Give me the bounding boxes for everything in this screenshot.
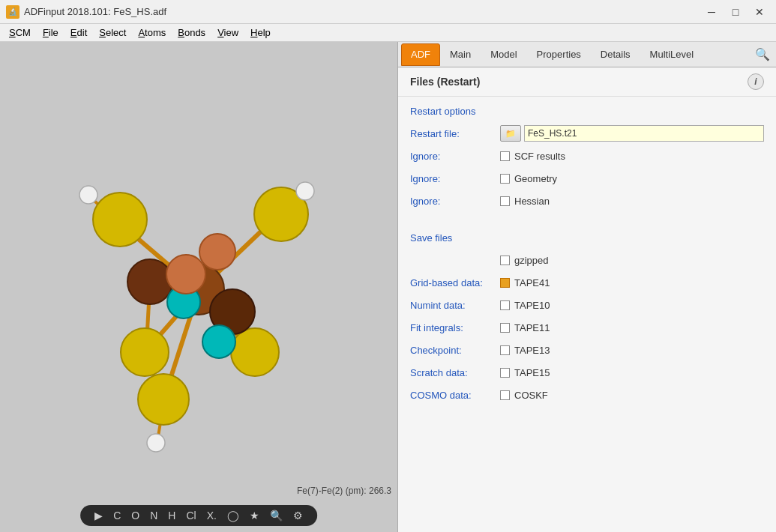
nitrogen-tool[interactable]: N: [148, 508, 160, 523]
grid-based-checkbox[interactable]: [500, 278, 510, 288]
star-tool[interactable]: ★: [247, 508, 262, 523]
menu-select[interactable]: Select: [93, 25, 132, 40]
svg-point-20: [79, 186, 97, 204]
ignore-geo-label[interactable]: Ignore:: [410, 173, 500, 184]
menu-bar: SCM File Edit Select Atoms Bonds View He…: [0, 24, 776, 42]
status-3d: Fe(7)-Fe(2) (pm): 266.3: [297, 486, 391, 496]
checkpoint-value: TAPE13: [514, 345, 550, 356]
fit-integrals-group: TAPE11: [500, 322, 550, 333]
close-button[interactable]: ✕: [749, 4, 770, 20]
ignore-hess-checkbox[interactable]: [500, 196, 510, 206]
tab-multilevel[interactable]: MultiLevel: [640, 43, 704, 66]
menu-bonds[interactable]: Bonds: [172, 25, 211, 40]
carbon-tool[interactable]: C: [111, 508, 123, 523]
svg-point-28: [166, 255, 205, 294]
menu-file[interactable]: File: [37, 25, 64, 40]
checkpoint-label[interactable]: Checkpoint:: [410, 345, 500, 356]
fit-integrals-value: TAPE11: [514, 322, 550, 333]
hydrogen-tool[interactable]: H: [166, 508, 178, 523]
tab-model[interactable]: Model: [481, 43, 526, 66]
x-tool[interactable]: X.: [205, 508, 219, 523]
ignore-geo-checkbox[interactable]: [500, 174, 510, 184]
minimize-button[interactable]: ─: [701, 4, 722, 20]
maximize-button[interactable]: □: [725, 4, 746, 20]
cursor-tool[interactable]: ▶: [92, 508, 105, 523]
restart-options-link[interactable]: Restart options: [410, 106, 764, 117]
scratch-group: TAPE15: [500, 367, 550, 378]
numint-row: Numint data: TAPE10: [410, 296, 764, 314]
menu-scm[interactable]: SCM: [3, 25, 37, 40]
menu-atoms[interactable]: Atoms: [132, 25, 172, 40]
window-title: ADFinput 2018.101: FeS_HS.adf: [24, 6, 166, 17]
molecule-display: S: [0, 42, 397, 532]
ignore-scf-group: SCF results: [500, 151, 565, 162]
tab-main[interactable]: Main: [440, 43, 481, 66]
chlorine-tool[interactable]: Cl: [184, 508, 198, 523]
cosmo-checkbox[interactable]: [500, 390, 510, 400]
numint-label[interactable]: Numint data:: [410, 300, 500, 311]
search-button[interactable]: 🔍: [752, 44, 773, 65]
scratch-label[interactable]: Scratch data:: [410, 367, 500, 378]
ignore-scf-row: Ignore: SCF results: [410, 147, 764, 165]
cosmo-value: COSKF: [514, 390, 548, 401]
grid-based-row: Grid-based data: TAPE41: [410, 273, 764, 291]
main-content: S Fe(7)-Fe(2) (pm): 266.3 ▶ C O: [0, 42, 776, 532]
fit-integrals-checkbox[interactable]: [500, 323, 510, 333]
oxygen-tool[interactable]: O: [129, 508, 142, 523]
divider1: [410, 217, 764, 225]
ignore-hess-label[interactable]: Ignore:: [410, 196, 500, 207]
scratch-row: Scratch data: TAPE15: [410, 363, 764, 381]
svg-point-17: [121, 328, 169, 376]
numint-checkbox[interactable]: [500, 300, 510, 310]
restart-file-field[interactable]: [524, 125, 764, 142]
restart-file-row: Restart file: 📁: [410, 124, 764, 142]
tab-adf[interactable]: ADF: [401, 43, 440, 66]
app-icon: 🔬: [6, 5, 19, 19]
window-controls: ─ □ ✕: [701, 4, 770, 20]
scratch-value: TAPE15: [514, 367, 550, 378]
bottom-toolbar: ▶ C O N H Cl X. ◯ ★ 🔍 ⚙: [80, 505, 317, 526]
ignore-scf-checkbox[interactable]: [500, 151, 510, 161]
checkpoint-row: Checkpoint: TAPE13: [410, 341, 764, 359]
tab-properties[interactable]: Properties: [527, 43, 591, 66]
ignore-hess-group: Hessian: [500, 196, 550, 207]
menu-view[interactable]: View: [211, 25, 244, 40]
fit-integrals-label[interactable]: Fit integrals:: [410, 322, 500, 333]
menu-edit[interactable]: Edit: [64, 25, 93, 40]
ignore-geo-row: Ignore: Geometry: [410, 169, 764, 187]
grid-based-label[interactable]: Grid-based data:: [410, 277, 500, 288]
save-files-link[interactable]: Save files: [410, 232, 764, 244]
search-tool[interactable]: 🔍: [268, 508, 285, 523]
svg-point-19: [138, 374, 189, 425]
cosmo-row: COSMO data: COSKF: [410, 386, 764, 404]
ignore-geo-value: Geometry: [514, 173, 557, 184]
numint-value: TAPE10: [514, 300, 550, 311]
ring-tool[interactable]: ◯: [225, 508, 241, 523]
svg-point-27: [202, 325, 235, 358]
right-panel: ADF Main Model Properties Details MultiL…: [397, 42, 776, 532]
file-browse-button[interactable]: 📁: [500, 125, 521, 142]
numint-group: TAPE10: [500, 300, 550, 311]
ignore-scf-label[interactable]: Ignore:: [410, 151, 500, 162]
tab-details[interactable]: Details: [591, 43, 640, 66]
gzipped-checkbox[interactable]: [500, 256, 510, 265]
grid-based-value: TAPE41: [514, 277, 550, 288]
scratch-checkbox[interactable]: [500, 368, 510, 378]
menu-help[interactable]: Help: [244, 25, 277, 40]
cosmo-label[interactable]: COSMO data:: [410, 390, 500, 401]
svg-point-15: [93, 193, 147, 247]
viewport[interactable]: S Fe(7)-Fe(2) (pm): 266.3 ▶ C O: [0, 42, 397, 532]
gzipped-row: gzipped: [410, 251, 764, 269]
restart-file-label[interactable]: Restart file:: [410, 128, 500, 139]
grid-based-group: TAPE41: [500, 277, 550, 288]
gzipped-group: gzipped: [500, 255, 549, 266]
ignore-geo-group: Geometry: [500, 173, 557, 184]
svg-point-29: [199, 234, 235, 270]
ignore-hess-value: Hessian: [514, 196, 550, 207]
settings-tool[interactable]: ⚙: [291, 508, 305, 523]
svg-point-22: [147, 434, 165, 452]
form-content: Restart options Restart file: 📁 Ignore: …: [398, 97, 776, 532]
checkpoint-checkbox[interactable]: [500, 345, 510, 355]
svg-point-24: [127, 259, 172, 304]
info-button[interactable]: i: [748, 73, 764, 90]
